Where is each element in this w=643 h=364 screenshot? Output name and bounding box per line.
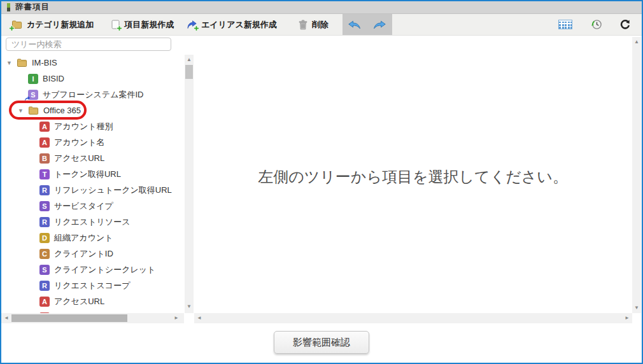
- tree-item-label: サービスタイプ: [54, 200, 113, 212]
- table-icon[interactable]: [558, 20, 572, 29]
- type-letter-icon: D: [39, 233, 50, 243]
- undo-icon: [348, 20, 361, 29]
- scroll-right-icon[interactable]: ►: [625, 316, 630, 321]
- type-letter-icon: R: [39, 217, 50, 227]
- tree-item[interactable]: ▼Office 365: [1, 102, 185, 118]
- scroll-left-icon[interactable]: ◄: [197, 316, 202, 321]
- tree-item[interactable]: Sサービスタイプ: [1, 198, 185, 214]
- add-item-button[interactable]: 項目新規作成: [105, 14, 180, 35]
- tree-item[interactable]: Aアカウント種別: [1, 118, 185, 134]
- tree-item-label: BISID: [43, 74, 64, 83]
- tree-item[interactable]: BアクセスURL: [1, 150, 185, 166]
- type-letter-icon: A: [39, 122, 50, 132]
- main-horizontal-scrollbar[interactable]: ◄ ►: [194, 313, 632, 323]
- alias-plus-icon: [187, 20, 197, 29]
- scroll-down-icon[interactable]: ▼: [185, 304, 194, 309]
- type-letter-icon: C: [39, 249, 50, 259]
- tree-item[interactable]: Rリクエストスコープ: [1, 277, 185, 293]
- tree-panel: ▼IM-BISIBISIDSサブフローシステム案件ID▼Office 365Aア…: [1, 36, 194, 323]
- tree-item-label: アカウント名: [54, 137, 105, 148]
- app-window: 辞書項目 カテゴリ新規追加 項目新規作成 エイリアス新規作成: [0, 0, 643, 364]
- tree-item-label: リクエストスコープ: [54, 280, 130, 291]
- type-letter-icon: T: [39, 169, 50, 179]
- title-bar: 辞書項目: [1, 1, 642, 14]
- folder-icon: [17, 58, 27, 67]
- trash-icon: [299, 20, 307, 30]
- folder-icon: [28, 106, 39, 115]
- tree-item-label: クライアントシークレット: [54, 264, 155, 276]
- empty-state-message: 左側のツリーから項目を選択してください。: [194, 167, 632, 187]
- tree-item[interactable]: D組織アカウント: [1, 230, 185, 246]
- type-letter-icon: B: [39, 153, 50, 164]
- type-letter-icon: S: [39, 265, 50, 275]
- history-clock-icon[interactable]: [590, 18, 602, 31]
- main-vertical-scrollbar[interactable]: ▲ ▼: [632, 37, 641, 313]
- impact-range-check-button[interactable]: 影響範囲確認: [274, 331, 369, 354]
- tree-item[interactable]: IBISID: [1, 71, 185, 87]
- redo-icon: [373, 20, 386, 29]
- tree-item-label: アクセスURL: [54, 153, 104, 164]
- tree-item[interactable]: Rリクエストリソース: [1, 214, 185, 230]
- scroll-left-icon[interactable]: ◄: [4, 316, 9, 321]
- scroll-up-icon[interactable]: ▲: [632, 39, 641, 45]
- alias-arrow-icon: [24, 95, 31, 102]
- scroll-down-icon[interactable]: ▼: [632, 305, 641, 311]
- document-plus-icon: [111, 20, 120, 29]
- type-letter-icon: I: [28, 74, 38, 84]
- type-letter-icon: S: [39, 201, 50, 211]
- toolbar: カテゴリ新規追加 項目新規作成 エイリアス新規作成: [1, 14, 642, 36]
- tree-item[interactable]: ▼IM-BIS: [1, 55, 185, 71]
- delete-label: 削除: [312, 19, 329, 31]
- tree-item-label: サブフローシステム案件ID: [43, 89, 143, 101]
- tree-list: ▼IM-BISIBISIDSサブフローシステム案件ID▼Office 365Aア…: [1, 55, 185, 313]
- tree-vertical-scrollbar[interactable]: ▲ ▼: [185, 55, 194, 313]
- tree-item-label: トークン取得URL: [54, 169, 121, 180]
- type-letter-icon: R: [39, 281, 50, 291]
- tree-item-label: クライアントID: [54, 248, 113, 260]
- tree-hscroll-thumb[interactable]: [11, 314, 127, 322]
- type-letter-icon: R: [39, 185, 50, 195]
- tree-item[interactable]: Sサブフローシステム案件ID: [1, 87, 185, 102]
- expander-down-icon[interactable]: ▼: [17, 108, 28, 114]
- tree-horizontal-scrollbar[interactable]: ◄ ►: [1, 313, 184, 323]
- tree-item-label: 組織アカウント: [54, 232, 113, 244]
- tree-item[interactable]: AアクセスURL: [1, 293, 185, 309]
- tree-item[interactable]: Aアカウント名: [1, 134, 185, 150]
- tree-item[interactable]: Tトークン取得URL: [1, 166, 185, 182]
- scroll-right-icon[interactable]: ►: [174, 316, 179, 321]
- tree-vscroll-thumb[interactable]: [185, 65, 193, 79]
- title-marker-icon: [7, 3, 10, 11]
- type-letter-icon: A: [39, 137, 50, 148]
- add-alias-label: エイリアス新規作成: [201, 19, 277, 31]
- content-area: ▼IM-BISIBISIDSサブフローシステム案件ID▼Office 365Aア…: [1, 36, 642, 323]
- tree-item[interactable]: Sクライアントシークレット: [1, 262, 185, 277]
- scroll-up-icon[interactable]: ▲: [185, 57, 194, 62]
- footer-bar: 影響範囲確認: [1, 323, 642, 363]
- tree-item-label: リフレッシュトークン取得URL: [54, 185, 172, 196]
- tree-item[interactable]: Rリフレッシュトークン取得URL: [1, 182, 185, 198]
- tree-item-label: アカウント種別: [54, 121, 113, 132]
- history-button-group: [343, 14, 392, 35]
- main-panel: 左側のツリーから項目を選択してください。 ▲ ▼ ◄ ►: [194, 36, 642, 323]
- type-letter-icon: S: [28, 90, 38, 100]
- delete-button[interactable]: 削除: [292, 14, 335, 35]
- page-title: 辞書項目: [15, 2, 50, 13]
- undo-button[interactable]: [343, 14, 367, 36]
- add-category-button[interactable]: カテゴリ新規追加: [5, 14, 100, 35]
- redo-button[interactable]: [367, 14, 392, 36]
- tree-search-input[interactable]: [6, 38, 171, 51]
- type-letter-icon: A: [39, 297, 50, 307]
- tree-item-label: Office 365: [43, 106, 81, 115]
- folder-plus-icon: [11, 20, 22, 29]
- expander-down-icon[interactable]: ▼: [5, 60, 17, 66]
- add-item-label: 項目新規作成: [124, 19, 174, 31]
- toolbar-right-icons: [558, 14, 642, 35]
- tree-item-label: アクセスURL: [54, 296, 104, 307]
- add-alias-button[interactable]: エイリアス新規作成: [180, 14, 283, 35]
- add-category-label: カテゴリ新規追加: [27, 19, 94, 31]
- refresh-icon[interactable]: [620, 20, 630, 30]
- tree-item-label: リクエストリソース: [54, 216, 130, 228]
- tree-item-label: IM-BIS: [32, 58, 57, 67]
- tree-item[interactable]: CクライアントID: [1, 246, 185, 262]
